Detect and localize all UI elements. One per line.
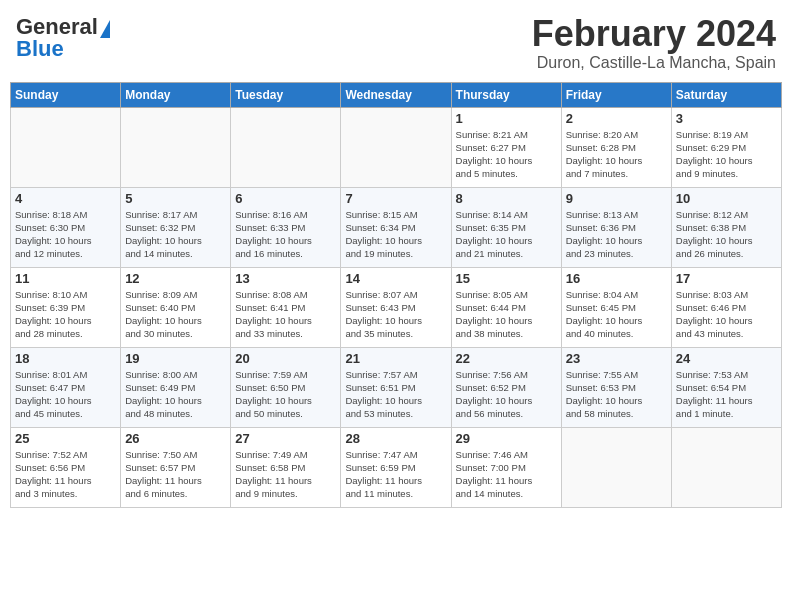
day-number: 19 xyxy=(125,351,226,366)
weekday-header-row: SundayMondayTuesdayWednesdayThursdayFrid… xyxy=(11,82,782,107)
calendar-cell: 21Sunrise: 7:57 AM Sunset: 6:51 PM Dayli… xyxy=(341,347,451,427)
day-info: Sunrise: 8:14 AM Sunset: 6:35 PM Dayligh… xyxy=(456,208,557,261)
day-info: Sunrise: 7:53 AM Sunset: 6:54 PM Dayligh… xyxy=(676,368,777,421)
day-number: 18 xyxy=(15,351,116,366)
day-info: Sunrise: 7:50 AM Sunset: 6:57 PM Dayligh… xyxy=(125,448,226,501)
day-info: Sunrise: 8:18 AM Sunset: 6:30 PM Dayligh… xyxy=(15,208,116,261)
calendar-week-row: 11Sunrise: 8:10 AM Sunset: 6:39 PM Dayli… xyxy=(11,267,782,347)
weekday-header-monday: Monday xyxy=(121,82,231,107)
day-info: Sunrise: 7:47 AM Sunset: 6:59 PM Dayligh… xyxy=(345,448,446,501)
title-block: February 2024 Duron, Castille-La Mancha,… xyxy=(532,14,776,72)
weekday-header-thursday: Thursday xyxy=(451,82,561,107)
calendar-cell: 14Sunrise: 8:07 AM Sunset: 6:43 PM Dayli… xyxy=(341,267,451,347)
calendar-cell: 1Sunrise: 8:21 AM Sunset: 6:27 PM Daylig… xyxy=(451,107,561,187)
day-info: Sunrise: 8:15 AM Sunset: 6:34 PM Dayligh… xyxy=(345,208,446,261)
calendar-cell: 7Sunrise: 8:15 AM Sunset: 6:34 PM Daylig… xyxy=(341,187,451,267)
day-info: Sunrise: 8:05 AM Sunset: 6:44 PM Dayligh… xyxy=(456,288,557,341)
day-number: 22 xyxy=(456,351,557,366)
day-number: 3 xyxy=(676,111,777,126)
day-info: Sunrise: 8:19 AM Sunset: 6:29 PM Dayligh… xyxy=(676,128,777,181)
day-info: Sunrise: 7:55 AM Sunset: 6:53 PM Dayligh… xyxy=(566,368,667,421)
calendar-cell: 20Sunrise: 7:59 AM Sunset: 6:50 PM Dayli… xyxy=(231,347,341,427)
page-header: General Blue February 2024 Duron, Castil… xyxy=(10,10,782,76)
day-info: Sunrise: 8:04 AM Sunset: 6:45 PM Dayligh… xyxy=(566,288,667,341)
calendar-cell xyxy=(231,107,341,187)
calendar-cell: 25Sunrise: 7:52 AM Sunset: 6:56 PM Dayli… xyxy=(11,427,121,507)
calendar-cell xyxy=(11,107,121,187)
day-number: 10 xyxy=(676,191,777,206)
calendar-cell: 11Sunrise: 8:10 AM Sunset: 6:39 PM Dayli… xyxy=(11,267,121,347)
day-info: Sunrise: 8:12 AM Sunset: 6:38 PM Dayligh… xyxy=(676,208,777,261)
day-number: 5 xyxy=(125,191,226,206)
day-info: Sunrise: 8:01 AM Sunset: 6:47 PM Dayligh… xyxy=(15,368,116,421)
month-title: February 2024 xyxy=(532,14,776,54)
day-number: 17 xyxy=(676,271,777,286)
location-title: Duron, Castille-La Mancha, Spain xyxy=(532,54,776,72)
day-info: Sunrise: 8:21 AM Sunset: 6:27 PM Dayligh… xyxy=(456,128,557,181)
day-info: Sunrise: 8:03 AM Sunset: 6:46 PM Dayligh… xyxy=(676,288,777,341)
logo-triangle-icon xyxy=(100,20,110,38)
calendar-cell: 17Sunrise: 8:03 AM Sunset: 6:46 PM Dayli… xyxy=(671,267,781,347)
day-number: 27 xyxy=(235,431,336,446)
calendar-cell xyxy=(341,107,451,187)
calendar-cell: 18Sunrise: 8:01 AM Sunset: 6:47 PM Dayli… xyxy=(11,347,121,427)
day-info: Sunrise: 8:00 AM Sunset: 6:49 PM Dayligh… xyxy=(125,368,226,421)
day-info: Sunrise: 7:56 AM Sunset: 6:52 PM Dayligh… xyxy=(456,368,557,421)
weekday-header-wednesday: Wednesday xyxy=(341,82,451,107)
day-number: 28 xyxy=(345,431,446,446)
calendar-cell: 6Sunrise: 8:16 AM Sunset: 6:33 PM Daylig… xyxy=(231,187,341,267)
day-number: 15 xyxy=(456,271,557,286)
calendar-cell: 23Sunrise: 7:55 AM Sunset: 6:53 PM Dayli… xyxy=(561,347,671,427)
calendar-cell: 4Sunrise: 8:18 AM Sunset: 6:30 PM Daylig… xyxy=(11,187,121,267)
weekday-header-saturday: Saturday xyxy=(671,82,781,107)
calendar-cell: 13Sunrise: 8:08 AM Sunset: 6:41 PM Dayli… xyxy=(231,267,341,347)
calendar-cell: 29Sunrise: 7:46 AM Sunset: 7:00 PM Dayli… xyxy=(451,427,561,507)
calendar-cell: 15Sunrise: 8:05 AM Sunset: 6:44 PM Dayli… xyxy=(451,267,561,347)
day-info: Sunrise: 7:49 AM Sunset: 6:58 PM Dayligh… xyxy=(235,448,336,501)
weekday-header-friday: Friday xyxy=(561,82,671,107)
day-info: Sunrise: 8:08 AM Sunset: 6:41 PM Dayligh… xyxy=(235,288,336,341)
day-number: 24 xyxy=(676,351,777,366)
calendar-cell: 22Sunrise: 7:56 AM Sunset: 6:52 PM Dayli… xyxy=(451,347,561,427)
calendar-cell: 19Sunrise: 8:00 AM Sunset: 6:49 PM Dayli… xyxy=(121,347,231,427)
day-info: Sunrise: 8:16 AM Sunset: 6:33 PM Dayligh… xyxy=(235,208,336,261)
calendar-week-row: 25Sunrise: 7:52 AM Sunset: 6:56 PM Dayli… xyxy=(11,427,782,507)
day-number: 12 xyxy=(125,271,226,286)
day-number: 25 xyxy=(15,431,116,446)
calendar-cell: 12Sunrise: 8:09 AM Sunset: 6:40 PM Dayli… xyxy=(121,267,231,347)
day-info: Sunrise: 7:46 AM Sunset: 7:00 PM Dayligh… xyxy=(456,448,557,501)
calendar-cell xyxy=(121,107,231,187)
day-number: 16 xyxy=(566,271,667,286)
logo: General Blue xyxy=(16,14,110,62)
day-number: 8 xyxy=(456,191,557,206)
day-number: 14 xyxy=(345,271,446,286)
logo-blue-text: Blue xyxy=(16,36,64,62)
calendar-week-row: 4Sunrise: 8:18 AM Sunset: 6:30 PM Daylig… xyxy=(11,187,782,267)
calendar-cell: 9Sunrise: 8:13 AM Sunset: 6:36 PM Daylig… xyxy=(561,187,671,267)
day-number: 29 xyxy=(456,431,557,446)
day-number: 23 xyxy=(566,351,667,366)
calendar-cell: 26Sunrise: 7:50 AM Sunset: 6:57 PM Dayli… xyxy=(121,427,231,507)
calendar-cell: 24Sunrise: 7:53 AM Sunset: 6:54 PM Dayli… xyxy=(671,347,781,427)
day-info: Sunrise: 7:52 AM Sunset: 6:56 PM Dayligh… xyxy=(15,448,116,501)
calendar-table: SundayMondayTuesdayWednesdayThursdayFrid… xyxy=(10,82,782,508)
day-info: Sunrise: 8:20 AM Sunset: 6:28 PM Dayligh… xyxy=(566,128,667,181)
day-info: Sunrise: 8:17 AM Sunset: 6:32 PM Dayligh… xyxy=(125,208,226,261)
day-info: Sunrise: 7:57 AM Sunset: 6:51 PM Dayligh… xyxy=(345,368,446,421)
day-info: Sunrise: 8:13 AM Sunset: 6:36 PM Dayligh… xyxy=(566,208,667,261)
weekday-header-tuesday: Tuesday xyxy=(231,82,341,107)
day-number: 20 xyxy=(235,351,336,366)
calendar-cell xyxy=(671,427,781,507)
day-number: 4 xyxy=(15,191,116,206)
day-number: 9 xyxy=(566,191,667,206)
day-number: 11 xyxy=(15,271,116,286)
day-number: 6 xyxy=(235,191,336,206)
day-number: 26 xyxy=(125,431,226,446)
day-info: Sunrise: 7:59 AM Sunset: 6:50 PM Dayligh… xyxy=(235,368,336,421)
day-number: 21 xyxy=(345,351,446,366)
calendar-cell: 8Sunrise: 8:14 AM Sunset: 6:35 PM Daylig… xyxy=(451,187,561,267)
calendar-cell xyxy=(561,427,671,507)
day-number: 13 xyxy=(235,271,336,286)
calendar-cell: 10Sunrise: 8:12 AM Sunset: 6:38 PM Dayli… xyxy=(671,187,781,267)
calendar-cell: 28Sunrise: 7:47 AM Sunset: 6:59 PM Dayli… xyxy=(341,427,451,507)
